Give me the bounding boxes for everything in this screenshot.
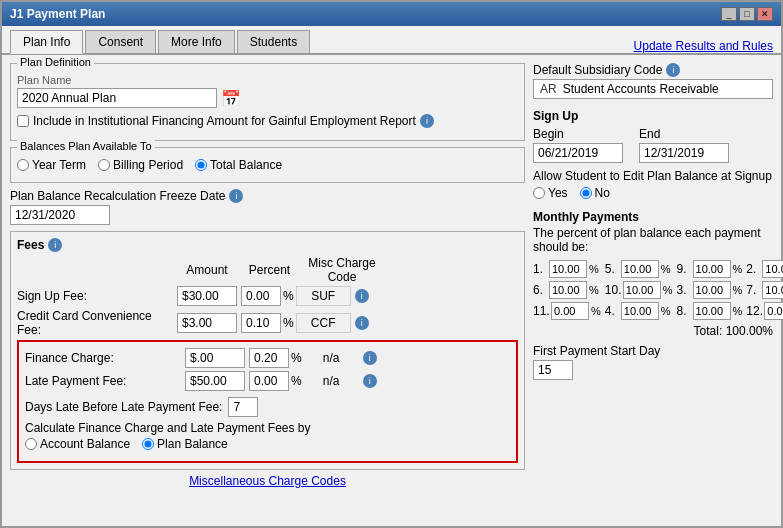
- balances-group: Balances Plan Available To Year Term Bil…: [10, 147, 525, 183]
- year-term-radio[interactable]: [17, 159, 29, 171]
- fees-section: Fees i Amount Percent Misc Charge Code S…: [10, 231, 525, 470]
- minimize-button[interactable]: _: [721, 7, 737, 21]
- fees-col-headers: Amount Percent Misc Charge Code: [17, 256, 518, 284]
- late-payment-row: Late Payment Fee: % n/a i: [25, 371, 510, 391]
- signup-end-input[interactable]: [639, 143, 729, 163]
- finance-charge-row: Finance Charge: % n/a i: [25, 348, 510, 368]
- payment-cell-3: 3. %: [677, 281, 743, 299]
- payment-cell-12: 12. %: [746, 302, 783, 320]
- gainful-info-icon[interactable]: i: [420, 114, 434, 128]
- payment-input-3[interactable]: [693, 281, 731, 299]
- tab-consent[interactable]: Consent: [85, 30, 156, 53]
- monthly-payments-section: Monthly Payments The percent of plan bal…: [533, 210, 773, 380]
- signup-fee-percent[interactable]: [241, 286, 281, 306]
- update-results-link[interactable]: Update Results and Rules: [634, 39, 773, 53]
- gainful-employment-checkbox[interactable]: [17, 115, 29, 127]
- payment-num-3: 3.: [677, 283, 691, 297]
- tab-more-info[interactable]: More Info: [158, 30, 235, 53]
- tabs-row: Plan Info Consent More Info Students: [10, 30, 312, 53]
- late-payment-info-icon[interactable]: i: [363, 374, 377, 388]
- gainful-employment-row: Include in Institutional Financing Amoun…: [17, 114, 518, 128]
- first-payment-input[interactable]: [533, 360, 573, 380]
- plan-name-label: Plan Name: [17, 74, 518, 86]
- allow-no-radio[interactable]: [580, 187, 592, 199]
- tab-students[interactable]: Students: [237, 30, 310, 53]
- signup-begin-label: Begin: [533, 127, 623, 141]
- subsidiary-info-icon[interactable]: i: [666, 63, 680, 77]
- fees-info-icon[interactable]: i: [48, 238, 62, 252]
- calendar-icon[interactable]: 📅: [221, 89, 241, 108]
- finance-charge-amount[interactable]: [185, 348, 245, 368]
- finance-pct-sign: %: [291, 351, 302, 365]
- cc-fee-info-icon[interactable]: i: [355, 316, 369, 330]
- billing-period-option[interactable]: Billing Period: [98, 158, 183, 172]
- payment-input-10[interactable]: [623, 281, 661, 299]
- allow-edit-label: Allow Student to Edit Plan Balance at Si…: [533, 169, 773, 183]
- account-balance-radio[interactable]: [25, 438, 37, 450]
- billing-period-label: Billing Period: [113, 158, 183, 172]
- year-term-option[interactable]: Year Term: [17, 158, 86, 172]
- late-payment-amount[interactable]: [185, 371, 245, 391]
- maximize-button[interactable]: □: [739, 7, 755, 21]
- payment-input-8[interactable]: [693, 302, 731, 320]
- misc-charge-codes-link[interactable]: Miscellaneous Charge Codes: [10, 474, 525, 488]
- payment-input-7[interactable]: [762, 281, 783, 299]
- allow-yes-radio[interactable]: [533, 187, 545, 199]
- total-value: 100.00%: [726, 324, 773, 338]
- payment-input-12[interactable]: [764, 302, 783, 320]
- gainful-employment-label: Include in Institutional Financing Amoun…: [33, 114, 416, 128]
- payment-input-11[interactable]: [551, 302, 589, 320]
- account-balance-label: Account Balance: [40, 437, 130, 451]
- amount-col-header: Amount: [177, 263, 237, 277]
- total-balance-radio[interactable]: [195, 159, 207, 171]
- late-payment-percent[interactable]: [249, 371, 289, 391]
- finance-charge-percent[interactable]: [249, 348, 289, 368]
- finance-charge-misc: n/a: [304, 349, 359, 367]
- cc-fee-misc: CCF: [296, 313, 351, 333]
- payment-num-5: 5.: [605, 262, 619, 276]
- payment-num-12: 12.: [746, 304, 762, 318]
- payment-input-9[interactable]: [693, 260, 731, 278]
- billing-period-radio[interactable]: [98, 159, 110, 171]
- payment-input-4[interactable]: [621, 302, 659, 320]
- payment-cell-11: 11. %: [533, 302, 601, 320]
- late-payment-label: Late Payment Fee:: [25, 374, 185, 388]
- window-controls: _ □ ✕: [721, 7, 773, 21]
- subsidiary-section: Default Subsidiary Code i AR Student Acc…: [533, 63, 773, 99]
- signup-dates-row: Begin End: [533, 127, 773, 163]
- freeze-date-section: Plan Balance Recalculation Freeze Date i: [10, 189, 525, 225]
- plan-balance-radio[interactable]: [142, 438, 154, 450]
- finance-charge-info-icon[interactable]: i: [363, 351, 377, 365]
- payment-input-1[interactable]: [549, 260, 587, 278]
- payment-input-5[interactable]: [621, 260, 659, 278]
- cc-fee-label: Credit Card Convenience Fee:: [17, 309, 177, 337]
- allow-yes-option[interactable]: Yes: [533, 186, 568, 200]
- plan-balance-label: Plan Balance: [157, 437, 228, 451]
- signup-fee-amount[interactable]: [177, 286, 237, 306]
- signup-fee-info-icon[interactable]: i: [355, 289, 369, 303]
- tab-header: Plan Info Consent More Info Students Upd…: [2, 26, 781, 55]
- calc-label-row: Calculate Finance Charge and Late Paymen…: [25, 421, 510, 435]
- total-balance-option[interactable]: Total Balance: [195, 158, 282, 172]
- close-button[interactable]: ✕: [757, 7, 773, 21]
- signup-begin-input[interactable]: [533, 143, 623, 163]
- freeze-date-input[interactable]: [10, 205, 110, 225]
- account-balance-option[interactable]: Account Balance: [25, 437, 130, 451]
- plan-name-row: 📅: [17, 88, 518, 108]
- cc-fee-amount[interactable]: [177, 313, 237, 333]
- payment-input-6[interactable]: [549, 281, 587, 299]
- tab-plan-info[interactable]: Plan Info: [10, 30, 83, 54]
- allow-yes-label: Yes: [548, 186, 568, 200]
- payment-input-2[interactable]: [762, 260, 783, 278]
- payment-cell-2: 2. %: [746, 260, 783, 278]
- payment-num-7: 7.: [746, 283, 760, 297]
- cc-fee-percent[interactable]: [241, 313, 281, 333]
- payment-num-1: 1.: [533, 262, 547, 276]
- allow-no-option[interactable]: No: [580, 186, 610, 200]
- window-title: J1 Payment Plan: [10, 7, 105, 21]
- days-late-input[interactable]: [228, 397, 258, 417]
- plan-name-input[interactable]: [17, 88, 217, 108]
- subsidiary-code: AR: [540, 82, 557, 96]
- plan-balance-option[interactable]: Plan Balance: [142, 437, 228, 451]
- freeze-info-icon[interactable]: i: [229, 189, 243, 203]
